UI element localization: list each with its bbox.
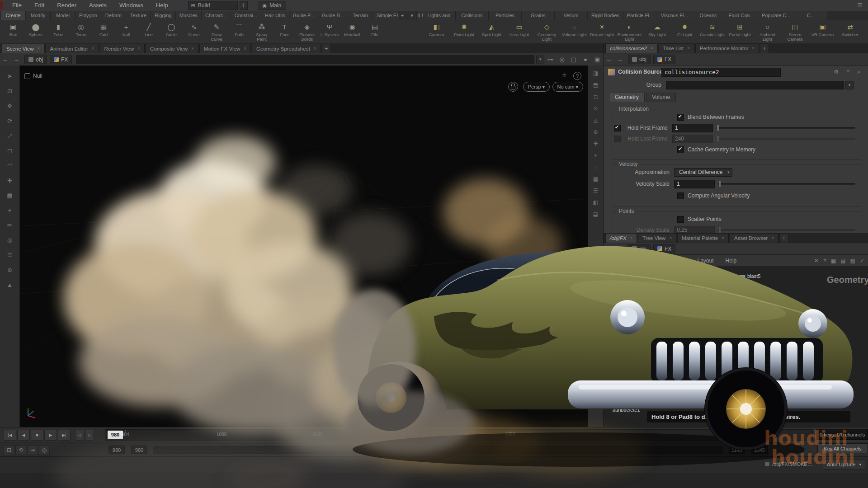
pane-tab[interactable]: Animation Editor × bbox=[45, 44, 99, 53]
shelf-tool[interactable]: + Null bbox=[115, 21, 137, 42]
shelf-tool[interactable]: ◎ Torus bbox=[70, 21, 92, 42]
auto-key-icon[interactable]: ⊡ bbox=[4, 445, 14, 455]
pane-tab[interactable]: Asset Browser × bbox=[730, 233, 778, 243]
list-icon[interactable]: ≡ bbox=[846, 69, 849, 75]
range-start-field-2[interactable]: 980 bbox=[131, 446, 147, 454]
shade-icon[interactable]: ▧ bbox=[850, 258, 855, 264]
shelf-tool[interactable]: ◭ Spot Light bbox=[478, 21, 505, 42]
jump-end-button[interactable]: ▶| bbox=[58, 430, 71, 441]
shelf-tool[interactable]: ⇄ Switcher bbox=[836, 21, 864, 42]
shelf-tool[interactable]: T Font bbox=[273, 21, 296, 42]
play-reverse-button[interactable]: ◀ bbox=[17, 430, 30, 441]
network-menu-item[interactable]: Tools bbox=[667, 258, 692, 264]
viewport-tool-icon[interactable]: ✚ bbox=[5, 175, 15, 186]
tab-close-icon[interactable]: × bbox=[314, 44, 316, 53]
tab-close-icon[interactable]: × bbox=[38, 44, 40, 53]
stop-button[interactable]: ■ bbox=[31, 430, 43, 441]
shelf-tool[interactable]: ◫ Stereo Camera bbox=[781, 21, 809, 42]
viewport-strip-icon[interactable]: ◧ bbox=[593, 199, 598, 206]
tab-close-icon[interactable]: × bbox=[630, 234, 632, 243]
pane-tab[interactable]: Composite View × bbox=[146, 44, 198, 53]
cache-checkbox[interactable] bbox=[677, 146, 684, 153]
network-menu-item[interactable]: Go bbox=[625, 258, 644, 264]
viewport-strip-icon[interactable]: ▦ bbox=[593, 176, 598, 182]
viewport-tool-icon[interactable]: ⤢ bbox=[5, 131, 15, 141]
shelf-tab[interactable]: C... bbox=[794, 11, 827, 20]
pane-tab[interactable]: collisionsource2 × bbox=[605, 43, 658, 53]
angular-checkbox[interactable] bbox=[677, 192, 684, 199]
pane-tab[interactable]: Material Palette × bbox=[677, 233, 729, 243]
box-display-icon[interactable]: ▢ bbox=[568, 56, 580, 63]
shelf-tab[interactable]: Guide B... bbox=[318, 11, 348, 20]
new-pane-tab-icon[interactable]: + bbox=[779, 233, 788, 243]
network-canvas[interactable]: blast5 blast3 Geometry attribdelete1 Hol… bbox=[603, 267, 868, 427]
shelf-tab[interactable]: Modify bbox=[26, 11, 51, 20]
viewport-tool-icon[interactable]: ◎ bbox=[5, 235, 15, 246]
menu-item[interactable]: Assets bbox=[83, 0, 113, 11]
viewport-strip-icon[interactable]: ◌ bbox=[594, 164, 597, 170]
pane-tab[interactable]: Take List × bbox=[659, 43, 694, 53]
forward-icon[interactable]: → bbox=[614, 245, 625, 252]
shelf-tab[interactable]: Polygon bbox=[75, 11, 101, 20]
new-pane-tab-icon[interactable]: + bbox=[322, 44, 331, 53]
shelf-tab[interactable]: Fluid Con... bbox=[725, 11, 758, 20]
shelf-tab[interactable]: Viscous Fl... bbox=[657, 11, 692, 20]
shelf-tool[interactable]: ⊞ Portal Light bbox=[726, 21, 754, 42]
wire-cut-icon[interactable]: ✕ bbox=[814, 258, 819, 264]
tab-close-icon[interactable]: × bbox=[687, 44, 690, 53]
shelf-tool[interactable]: ≋ Caustic Light bbox=[698, 21, 726, 42]
shelf-tab[interactable]: Create bbox=[1, 11, 26, 20]
pane-tab[interactable]: Tree View × bbox=[638, 233, 676, 243]
network-chip[interactable]: FX bbox=[653, 55, 675, 64]
network-chip[interactable]: FX bbox=[653, 244, 675, 253]
menu-overflow-icon[interactable]: ☰ bbox=[857, 2, 863, 9]
tab-geometry[interactable]: Geometry bbox=[609, 93, 645, 102]
back-icon[interactable]: ← bbox=[0, 56, 11, 63]
tab-close-icon[interactable]: × bbox=[722, 234, 724, 243]
hold-first-input[interactable]: 1 bbox=[672, 124, 713, 132]
sphere-display-icon[interactable]: ● bbox=[580, 56, 591, 63]
new-pane-tab-icon[interactable]: + bbox=[760, 43, 769, 53]
density-input[interactable]: 0.25 bbox=[674, 226, 715, 234]
range-end-field-2[interactable]: 1145 bbox=[751, 446, 768, 454]
group-select-arrow-icon[interactable]: ▾ bbox=[845, 81, 854, 89]
node-list-icon[interactable]: ≡ bbox=[823, 258, 826, 264]
shelf-tool[interactable]: ◐ Environment Light bbox=[616, 21, 643, 42]
viewport-tool-icon[interactable]: ⊕ bbox=[5, 265, 15, 276]
shelf-tool[interactable]: ╱ Line bbox=[137, 21, 160, 42]
network-menu-item[interactable]: Help bbox=[720, 258, 743, 264]
hold-first-slider[interactable] bbox=[717, 127, 855, 129]
viewport-tool-icon[interactable]: ✥ bbox=[5, 101, 15, 112]
shelf-tool[interactable]: ◈ Platonic Solids bbox=[296, 21, 318, 42]
shelf-tool[interactable]: ○ Ambient Light bbox=[754, 21, 781, 42]
shelf-tool[interactable]: ☀ Distant Light bbox=[588, 21, 616, 42]
shelf-tab[interactable]: Collisions bbox=[456, 11, 489, 20]
forward-icon[interactable]: → bbox=[614, 56, 625, 63]
shelf-tab[interactable]: Guide P... bbox=[289, 11, 319, 20]
desktop-stepper-icon[interactable]: ⇕ bbox=[240, 1, 248, 10]
tab-close-icon[interactable]: × bbox=[92, 44, 94, 53]
shelf-tab[interactable]: Vellum bbox=[555, 11, 588, 20]
shelf-tab[interactable]: Grains bbox=[522, 11, 555, 20]
combo-arrow-icon[interactable]: ▾ bbox=[536, 55, 544, 64]
scatter-checkbox[interactable] bbox=[677, 216, 684, 223]
tab-volume[interactable]: Volume bbox=[646, 93, 676, 102]
network-menu-item[interactable]: View bbox=[644, 258, 667, 264]
check-icon[interactable]: ✓ bbox=[860, 258, 864, 264]
tab-close-icon[interactable]: × bbox=[651, 44, 653, 53]
viewport-strip-icon[interactable]: ⌖ bbox=[594, 152, 597, 159]
hold-last-input[interactable]: 240 bbox=[672, 135, 713, 143]
viewport-tool-icon[interactable]: ✏ bbox=[5, 220, 15, 231]
shelf-tab[interactable]: Charact... bbox=[202, 11, 231, 20]
shelf-tool[interactable]: ∿ Curve bbox=[183, 21, 205, 42]
shelf-tool[interactable]: ✎ Draw Curve bbox=[205, 21, 228, 42]
shelf-tab[interactable]: Particle Fl... bbox=[623, 11, 657, 20]
pane-tab[interactable]: Geometry Spreadsheet × bbox=[252, 44, 321, 53]
pane-tab[interactable]: Motion FX View × bbox=[199, 44, 251, 53]
viewport-strip-icon[interactable]: ⬓ bbox=[593, 211, 598, 217]
shelf-menu-icon[interactable]: ▾ bbox=[407, 11, 417, 20]
shelf-tool[interactable]: ▣ VR Camera bbox=[809, 21, 836, 42]
attribdelete-node[interactable] bbox=[613, 399, 646, 406]
range-end-field[interactable]: 1145 bbox=[729, 446, 745, 454]
shelf-tool[interactable]: ✹ GI Light bbox=[671, 21, 698, 42]
